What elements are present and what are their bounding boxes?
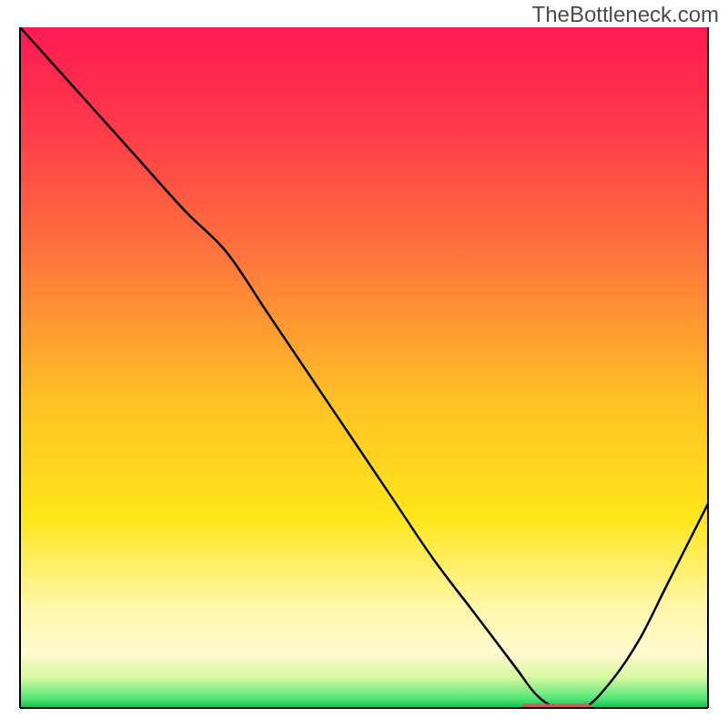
watermark-text: TheBottleneck.com <box>532 2 719 27</box>
bottleneck-chart <box>0 0 728 728</box>
gradient-background <box>20 27 708 708</box>
